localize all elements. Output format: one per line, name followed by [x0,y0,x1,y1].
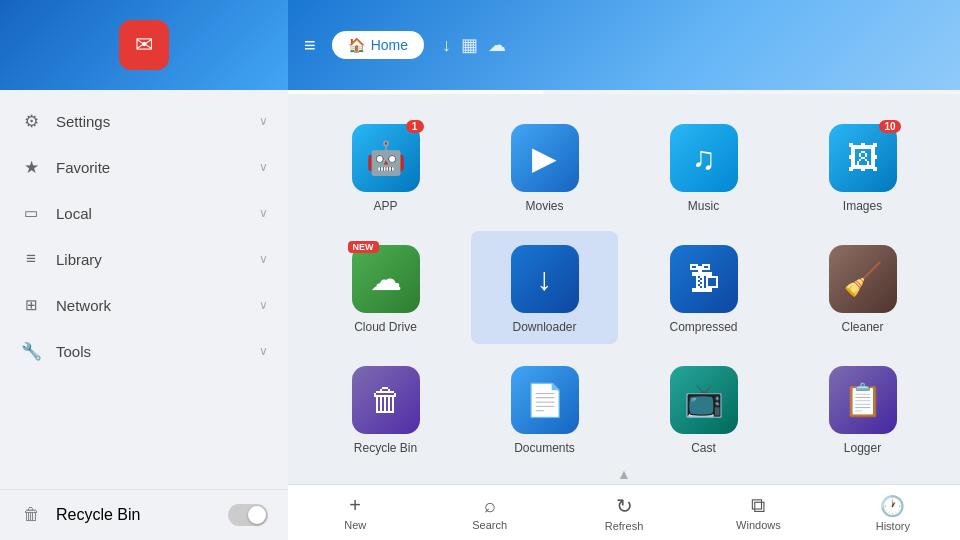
recycle-bin-toggle[interactable] [228,504,268,526]
sidebar-label-library: Library [56,251,259,268]
downloader-label: Downloader [512,320,576,334]
grid-item-compressed[interactable]: 🗜 Compressed [630,231,777,344]
compressed-label: Compressed [669,320,737,334]
sidebar-nav: ⚙ Settings ∨ ★ Favorite ∨ ▭ Local ∨ ≡ Li… [0,90,288,489]
grid-icon[interactable]: ▦ [461,34,478,56]
images-label: Images [843,199,882,213]
music-icon: ♫ [670,124,738,192]
sidebar-item-local[interactable]: ▭ Local ∨ [0,190,288,236]
topbar-actions: ↓ ▦ ☁ [442,34,506,56]
network-icon: ⊞ [20,294,42,316]
grid-item-app[interactable]: 🤖 1 APP [312,110,459,223]
sidebar-label-local: Local [56,205,259,222]
music-label: Music [688,199,719,213]
recycle-bin-grid-label: Recycle Bin [354,441,417,455]
sidebar-label-favorite: Favorite [56,159,259,176]
scroll-up-arrow[interactable]: ▲ [288,462,960,484]
progress-bar-fill [288,90,543,94]
sidebar-item-library[interactable]: ≡ Library ∨ [0,236,288,282]
app-grid: 🤖 1 APP ▶ Movies ♫ Music 🖼 10 [312,110,936,462]
sidebar-item-favorite[interactable]: ★ Favorite ∨ [0,144,288,190]
chevron-settings: ∨ [259,114,268,128]
movies-label: Movies [525,199,563,213]
topbar: ≡ 🏠 Home ↓ ▦ ☁ [288,0,960,90]
downloader-icon: ↓ [511,245,579,313]
settings-icon: ⚙ [20,110,42,132]
grid-item-images[interactable]: 🖼 10 Images [789,110,936,223]
grid-item-movies[interactable]: ▶ Movies [471,110,618,223]
grid-item-recycle-bin[interactable]: 🗑 Recycle Bin [312,352,459,462]
movies-icon: ▶ [511,124,579,192]
sidebar-item-network[interactable]: ⊞ Network ∨ [0,282,288,328]
sidebar: ✉ ⚙ Settings ∨ ★ Favorite ∨ ▭ Local ∨ ≡ … [0,0,288,540]
sidebar-label-settings: Settings [56,113,259,130]
cloud-topbar-icon[interactable]: ☁ [488,34,506,56]
home-button[interactable]: 🏠 Home [332,31,424,59]
avatar: ✉ [119,20,169,70]
sidebar-item-settings[interactable]: ⚙ Settings ∨ [0,98,288,144]
cleaner-icon: 🧹 [829,245,897,313]
app-icon: 🤖 1 [352,124,420,192]
chevron-favorite: ∨ [259,160,268,174]
search-icon: ⌕ [484,494,496,517]
sidebar-footer: 🗑 Recycle Bin [0,489,288,540]
logger-label: Logger [844,441,881,455]
grid-item-cast[interactable]: 📺 Cast [630,352,777,462]
recycle-bin-grid-icon: 🗑 [352,366,420,434]
new-button[interactable]: + New [288,488,422,537]
local-icon: ▭ [20,202,42,224]
documents-label: Documents [514,441,575,455]
grid-item-music[interactable]: ♫ Music [630,110,777,223]
new-label: New [344,519,366,531]
recycle-bin-icon: 🗑 [20,504,42,526]
refresh-button[interactable]: ↻ Refresh [557,488,691,538]
refresh-label: Refresh [605,520,644,532]
hamburger-icon[interactable]: ≡ [304,34,316,57]
cleaner-label: Cleaner [841,320,883,334]
windows-button[interactable]: ⧉ Windows [691,488,825,537]
home-icon: 🏠 [348,37,365,53]
favorite-icon: ★ [20,156,42,178]
chevron-local: ∨ [259,206,268,220]
sidebar-label-network: Network [56,297,259,314]
history-label: History [876,520,910,532]
main-panel: ≡ 🏠 Home ↓ ▦ ☁ 🤖 1 APP ▶ [288,0,960,540]
search-button[interactable]: ⌕ Search [422,488,556,537]
history-icon: 🕐 [880,494,905,518]
cast-icon: 📺 [670,366,738,434]
new-icon: + [349,494,361,517]
app-label: APP [373,199,397,213]
images-icon: 🖼 10 [829,124,897,192]
images-badge: 10 [879,120,900,133]
history-button[interactable]: 🕐 History [826,488,960,538]
app-badge: 1 [406,120,424,133]
sidebar-item-tools[interactable]: 🔧 Tools ∨ [0,328,288,374]
cast-label: Cast [691,441,716,455]
home-label: Home [371,37,408,53]
grid-item-cloud-drive[interactable]: ☁ NEW Cloud Drive [312,231,459,344]
download-icon[interactable]: ↓ [442,35,451,56]
grid-item-logger[interactable]: 📋 Logger [789,352,936,462]
grid-item-cleaner[interactable]: 🧹 Cleaner [789,231,936,344]
grid-item-documents[interactable]: 📄 Documents [471,352,618,462]
grid-area: 🤖 1 APP ▶ Movies ♫ Music 🖼 10 [288,94,960,462]
bottombar: + New ⌕ Search ↻ Refresh ⧉ Windows 🕐 His… [288,484,960,540]
compressed-icon: 🗜 [670,245,738,313]
windows-label: Windows [736,519,781,531]
grid-item-downloader[interactable]: ↓ Downloader [471,231,618,344]
windows-icon: ⧉ [751,494,765,517]
refresh-icon: ↻ [616,494,633,518]
sidebar-label-tools: Tools [56,343,259,360]
cloud-drive-icon: ☁ NEW [352,245,420,313]
toggle-knob [248,506,266,524]
logger-icon: 📋 [829,366,897,434]
chevron-library: ∨ [259,252,268,266]
tools-icon: 🔧 [20,340,42,362]
documents-icon: 📄 [511,366,579,434]
library-icon: ≡ [20,248,42,270]
chevron-tools: ∨ [259,344,268,358]
chevron-network: ∨ [259,298,268,312]
search-label: Search [472,519,507,531]
cloud-drive-label: Cloud Drive [354,320,417,334]
progress-bar [288,90,960,94]
